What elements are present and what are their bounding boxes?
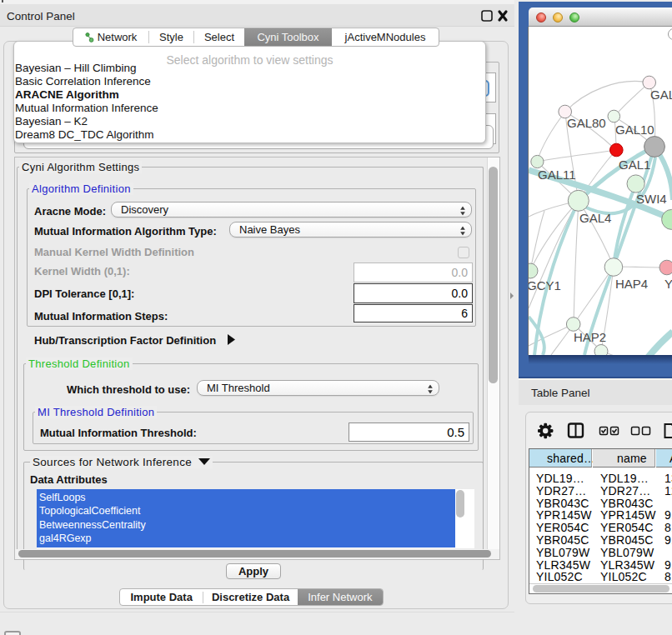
svg-text:GAL80: GAL80 bbox=[567, 116, 606, 130]
svg-text:GCY1: GCY1 bbox=[529, 278, 561, 292]
svg-text:GAL7: GAL7 bbox=[650, 88, 672, 102]
svg-text:GAL4: GAL4 bbox=[579, 211, 611, 225]
svg-text:HAP4: HAP4 bbox=[615, 277, 648, 291]
svg-text:HAP2: HAP2 bbox=[574, 330, 606, 344]
svg-text:SWI4: SWI4 bbox=[636, 192, 667, 206]
svg-text:Y: Y bbox=[664, 277, 672, 291]
svg-text:GAL11: GAL11 bbox=[538, 168, 576, 182]
svg-text:GAL10: GAL10 bbox=[615, 122, 654, 137]
svg-text:GAL1: GAL1 bbox=[619, 158, 650, 172]
